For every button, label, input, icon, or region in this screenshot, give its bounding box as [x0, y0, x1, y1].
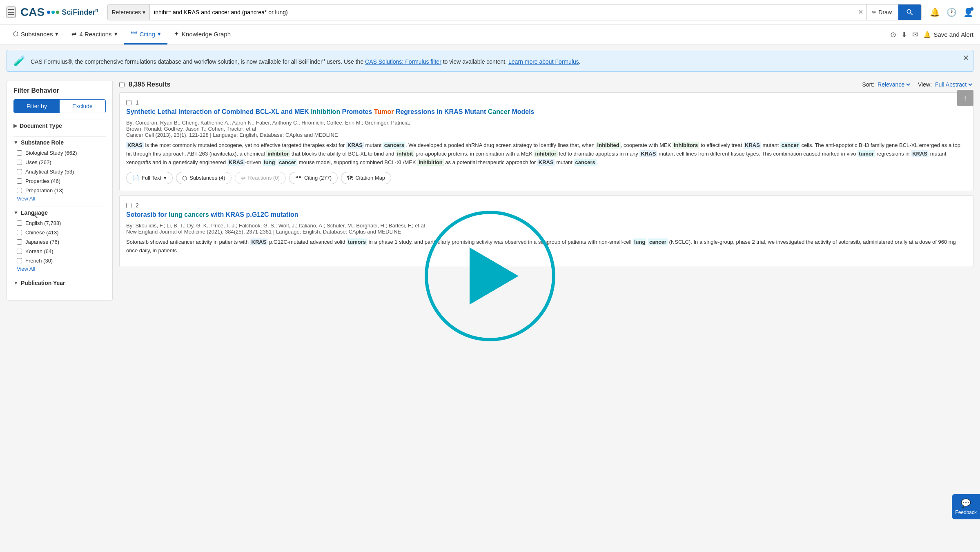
learn-more-link[interactable]: Learn more about Formulus [508, 58, 579, 65]
publication-year-label: Publication Year [21, 280, 65, 286]
filter-behavior-buttons: Filter by Exclude [13, 99, 106, 113]
circle-icon: ⬡ [182, 175, 187, 181]
korean-filter[interactable]: Korean (64) [13, 247, 106, 256]
results-count: 8,395 Results [129, 81, 170, 88]
french-checkbox[interactable] [17, 258, 22, 263]
bell-button[interactable]: 🔔 [930, 7, 940, 17]
search-clear-button[interactable]: ✕ [855, 8, 866, 16]
citation-map-button[interactable]: 🗺 Citation Map [341, 172, 391, 184]
chevron-down-icon-pub: ▼ [13, 280, 18, 286]
chinese-filter[interactable]: Chinese (413) [13, 228, 106, 237]
publication-year-header[interactable]: ▼ Publication Year [13, 277, 106, 289]
biological-study-checkbox[interactable] [17, 150, 22, 156]
sort-dropdown[interactable]: Relevance Date [876, 81, 911, 88]
language-view-all[interactable]: View All [13, 264, 35, 274]
citing-nav-item[interactable]: ❝❝ Citing ▾ [124, 24, 167, 45]
substance-role-header[interactable]: ▼ Substance Role [13, 136, 106, 148]
view-dropdown[interactable]: Full Abstract Summary [933, 81, 973, 88]
history-button[interactable]: 🕐 [947, 7, 957, 17]
biological-study-filter[interactable]: Biological Study (662) [13, 148, 106, 158]
uses-filter[interactable]: Uses (262) [13, 158, 106, 167]
full-text-button[interactable]: 📄 Full Text ▾ [126, 172, 173, 184]
article-1-title[interactable]: Synthetic Lethal Interaction of Combined… [126, 107, 967, 116]
scroll-to-top-button[interactable]: ↑ [957, 90, 973, 106]
language-header[interactable]: ▼ Language [13, 207, 106, 218]
citing-button[interactable]: ❝❝ Citing (277) [289, 172, 338, 184]
knowledge-graph-icon: ✦ [174, 30, 179, 38]
article-1-checkbox[interactable] [126, 100, 131, 105]
search-icon [906, 8, 914, 16]
preparation-checkbox[interactable] [17, 188, 22, 193]
chevron-down-icon: ▾ [143, 9, 145, 16]
document-type-section: ▶ Document Type [13, 120, 106, 131]
filter-by-button[interactable]: Filter by [14, 100, 60, 113]
search-submit-button[interactable] [898, 4, 921, 20]
cas-logo: CAS [20, 6, 45, 19]
info-banner: 🧪 CAS Formulus®, the comprehensive formu… [7, 50, 973, 72]
save-alert-button[interactable]: 🔔 Save and Alert [923, 31, 973, 38]
citing-icon: ❝❝ [131, 30, 137, 38]
knowledge-graph-nav-item[interactable]: ✦ Knowledge Graph [167, 24, 237, 45]
select-all-checkbox[interactable] [119, 82, 125, 87]
article-card-1: 1 Synthetic Lethal Interaction of Combin… [119, 92, 973, 191]
japanese-checkbox[interactable] [17, 239, 22, 245]
reactions-button[interactable]: ⇌ Reactions (0) [235, 172, 286, 184]
banner-flask-icon: 🧪 [13, 55, 26, 67]
substances-nav-item[interactable]: ⬡ Substances ▾ [7, 24, 65, 45]
reactions-chevron: ▾ [114, 30, 118, 38]
fulltext-chevron: ▾ [164, 175, 167, 181]
search-input[interactable] [150, 4, 855, 20]
menu-icon[interactable]: ☰ [7, 7, 16, 18]
sub-nav-actions: ⊙ ⬇ ✉ 🔔 Save and Alert [890, 30, 973, 39]
filter-behavior-title: Filter Behavior [13, 87, 106, 94]
article-2-number: 2 [136, 202, 139, 209]
language-label: Language [21, 209, 48, 216]
language-section: ▼ Language English (7,788) Chinese (413)… [13, 207, 106, 272]
properties-filter[interactable]: Properties (46) [13, 176, 106, 186]
substance-role-label: Substance Role [21, 139, 64, 146]
logo-area: CAS SciFindern [20, 6, 98, 19]
citing-icon: ❝❝ [295, 175, 302, 181]
english-filter[interactable]: English (7,788) [13, 218, 106, 228]
search-type-dropdown[interactable]: References ▾ [108, 4, 150, 20]
results-header: 8,395 Results Sort: Relevance Date View:… [119, 77, 973, 92]
banner-text: CAS Formulus®, the comprehensive formula… [31, 57, 967, 65]
article-2-checkbox[interactable] [126, 203, 131, 208]
article-2-abstract: Sotorasib showed anticancer activity in … [126, 238, 967, 255]
draw-icon: ✏ [872, 9, 877, 16]
results-controls: Sort: Relevance Date View: Full Abstract… [862, 81, 973, 88]
japanese-filter[interactable]: Japanese (76) [13, 237, 106, 247]
english-checkbox[interactable] [17, 220, 22, 226]
reactions-icon: ⇌ [71, 30, 77, 38]
substances-icon: ⬡ [13, 30, 18, 38]
citing-chevron: ▾ [158, 30, 161, 38]
korean-checkbox[interactable] [17, 249, 22, 254]
sub-navbar: ⬡ Substances ▾ ⇌ 4 Reactions ▾ ❝❝ Citing… [0, 24, 980, 45]
download-button[interactable]: ⬇ [901, 30, 907, 39]
article-2-title[interactable]: Sotorasib for lung cancers with KRAS p.G… [126, 210, 967, 219]
analytical-study-filter[interactable]: Analytical Study (53) [13, 167, 106, 176]
email-button[interactable]: ✉ [912, 30, 918, 39]
dot-green [56, 11, 59, 14]
scifinder-logo: SciFindern [62, 7, 98, 17]
document-type-header[interactable]: ▶ Document Type [13, 120, 106, 131]
properties-checkbox[interactable] [17, 178, 22, 184]
draw-button[interactable]: ✏ Draw [866, 4, 897, 20]
formulus-filter-link[interactable]: CAS Solutions: Formulus filter [365, 58, 441, 65]
substances-button[interactable]: ⬡ Substances (4) [176, 172, 231, 184]
substance-role-view-all[interactable]: View All [13, 194, 35, 203]
banner-close-button[interactable]: ✕ [963, 53, 969, 62]
article-1-actions: 📄 Full Text ▾ ⬡ Substances (4) ⇌ Reactio… [126, 172, 967, 184]
dot-cyan [51, 11, 55, 14]
results-view: View: Full Abstract Summary [918, 81, 973, 88]
user-button[interactable]: 👤 [963, 7, 973, 17]
chinese-checkbox[interactable] [17, 230, 22, 235]
analytical-study-checkbox[interactable] [17, 169, 22, 174]
substances-chevron: ▾ [55, 30, 58, 38]
reactions-nav-item[interactable]: ⇌ 4 Reactions ▾ [65, 24, 124, 45]
chevron-down-icon-lang: ▼ [13, 210, 18, 216]
header-icons: 🔔 🕐 👤 [930, 7, 973, 17]
compare-button[interactable]: ⊙ [890, 30, 896, 39]
uses-checkbox[interactable] [17, 160, 22, 165]
exclude-button[interactable]: Exclude [60, 100, 105, 113]
